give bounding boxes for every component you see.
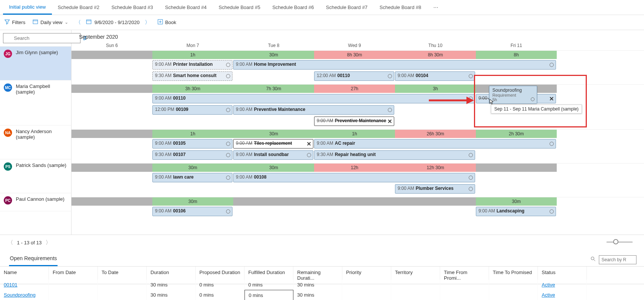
tab-5[interactable]: Schedule Board #5 (213, 1, 266, 14)
resource-row[interactable]: NANancy Anderson (sample) (0, 126, 71, 159)
bottom-search-input[interactable] (599, 255, 636, 264)
booking-time: 12:00 PM (155, 107, 174, 112)
status-link[interactable]: Active (542, 282, 555, 288)
search-input[interactable] (3, 33, 80, 43)
avatar: JG (4, 50, 12, 58)
booking-time: 9:00 AM (317, 141, 333, 146)
svg-rect-0 (33, 20, 38, 24)
booking[interactable]: 9:00 AMInstall soundbar (233, 150, 313, 160)
resource-row[interactable]: MCMaria Campbell (sample) (0, 80, 71, 126)
booking[interactable]: 9:00 AMHome Improvement (233, 60, 556, 70)
book-button[interactable]: Book (158, 19, 176, 26)
pager-next[interactable]: 〉 (46, 239, 51, 246)
booking[interactable]: 9:00 AM00106 (152, 207, 232, 216)
booking[interactable]: 9:00 AMTiles replacement✕ (233, 139, 313, 148)
booking[interactable]: 12:00 AM00110 (314, 71, 394, 81)
grid-cell: 0 mins (245, 280, 293, 290)
filters-button[interactable]: Filters (5, 19, 25, 26)
capacity-cell (71, 85, 152, 93)
tab-6[interactable]: Schedule Board #6 (266, 1, 320, 14)
resource-row[interactable]: JGJim Glynn (sample) (0, 47, 71, 80)
booking[interactable]: 9:00 AMLandscaping (476, 207, 556, 216)
drag-card[interactable]: Soundproofing Requirement 5h (489, 86, 537, 104)
tab-initial[interactable]: Initial public view (3, 0, 52, 15)
booking[interactable]: 9:00 AM00105 (152, 139, 232, 148)
book-label: Book (165, 20, 176, 25)
tab-4[interactable]: Schedule Board #4 (159, 1, 213, 14)
search-icon[interactable] (591, 256, 596, 263)
prev-week[interactable]: 〈 (76, 19, 81, 26)
tab-7[interactable]: Schedule Board #7 (320, 1, 374, 14)
status-dot-icon (550, 142, 554, 146)
booking[interactable]: 9:00 AM00108 (233, 173, 475, 182)
date-range-button[interactable]: 9/6/2020 - 9/12/2020 (86, 19, 140, 26)
grid-row[interactable]: 0010130 mins0 mins0 mins30 minsActive (0, 280, 644, 290)
grid-row[interactable]: Soundproofing30 mins0 mins0 mins30 minsA… (0, 290, 644, 300)
booking[interactable]: 9:30 AMSmart home consult (152, 71, 232, 81)
booking-title: Landscaping (497, 208, 524, 214)
close-icon[interactable]: ✕ (549, 95, 554, 102)
grid-cell (49, 290, 98, 300)
booking-time: 12:00 AM (317, 73, 336, 78)
close-icon[interactable]: ✕ (307, 141, 311, 147)
filters-label: Filters (12, 20, 25, 25)
booking[interactable]: 9:30 AM00107 (152, 150, 232, 160)
grid-cell: Active (538, 280, 587, 290)
tab-more[interactable]: ⋯ (427, 1, 444, 14)
capacity-cell: 3h (395, 85, 476, 93)
close-icon[interactable]: ✕ (387, 118, 392, 125)
svg-point-11 (591, 257, 594, 260)
grid-cell: Soundproofing (0, 290, 49, 300)
name-link[interactable]: Soundproofing (4, 292, 36, 298)
booking[interactable]: 9:00 AMPreventive Maintenance✕ (314, 117, 394, 126)
booking[interactable]: 9:30 AMRepair heating unit (314, 150, 475, 160)
booking-time: 9:00 AM (155, 141, 172, 146)
status-link[interactable]: Active (542, 292, 555, 298)
booking-title: Home Improvement (254, 62, 296, 67)
status-dot-icon (469, 187, 473, 191)
capacity-cell (71, 130, 152, 138)
avatar: MC (4, 83, 12, 92)
booking[interactable]: 9:00 AMlawn care (152, 173, 232, 182)
zoom-slider[interactable] (606, 241, 633, 243)
resource-row[interactable]: PSPatrick Sands (sample) (0, 159, 71, 193)
booking[interactable]: 9:00 AM00104 (395, 71, 475, 81)
booking-title: AC repair (335, 141, 355, 146)
pager: 〈 1 - 13 of 13 〉 (0, 235, 644, 250)
capacity-cell (476, 164, 557, 172)
date-range-label: 9/6/2020 - 9/12/2020 (94, 20, 140, 25)
booking[interactable]: 9:00 AM00110 (152, 94, 475, 103)
view-selector[interactable]: Daily view ⌄ (33, 19, 68, 26)
booking[interactable]: 9:00 AMPlumber Services (395, 184, 475, 194)
capacity-cell: 8h (476, 51, 557, 59)
booking[interactable]: 9:00 AMPreventive Maintenance (233, 105, 394, 115)
pager-prev[interactable]: 〈 (8, 239, 13, 246)
view-label: Daily view (40, 20, 62, 25)
calendar-icon (33, 19, 38, 26)
grid-cell: Active (538, 290, 587, 300)
status-dot-icon (469, 74, 473, 78)
booking-title: 00106 (173, 208, 185, 214)
capacity-cell: 8h 30m (314, 51, 395, 59)
chevron-down-icon: ⌄ (65, 20, 68, 25)
capacity-cell: 30m (152, 164, 233, 172)
booking[interactable]: 9:00 AMPrinter Installation (152, 60, 232, 70)
resource-row[interactable]: PCPaul Cannon (sample) (0, 193, 71, 211)
tab-2[interactable]: Schedule Board #2 (52, 1, 106, 14)
open-requirements-tab[interactable]: Open Requirements (9, 253, 58, 266)
name-link[interactable]: 00101 (4, 282, 17, 288)
grid-cell: 0 mins (245, 290, 293, 300)
tab-3[interactable]: Schedule Board #3 (105, 1, 159, 14)
status-dot-icon (226, 108, 230, 112)
svg-rect-2 (87, 20, 91, 24)
booking-title: Smart home consult (173, 73, 216, 78)
booking-time: 9:00 AM (398, 73, 414, 78)
resource-name: Paul Cannon (sample) (16, 196, 64, 202)
capacity-cell: 30m (476, 197, 557, 206)
tab-8[interactable]: Schedule Board #8 (374, 1, 427, 14)
next-week[interactable]: 〉 (145, 19, 150, 26)
booking[interactable]: 12:00 PM00109 (152, 105, 232, 115)
booking-time: 9:00 AM (155, 62, 172, 67)
booking[interactable]: 9:00 AMAC repair (314, 139, 556, 148)
status-dot-icon (550, 63, 554, 67)
